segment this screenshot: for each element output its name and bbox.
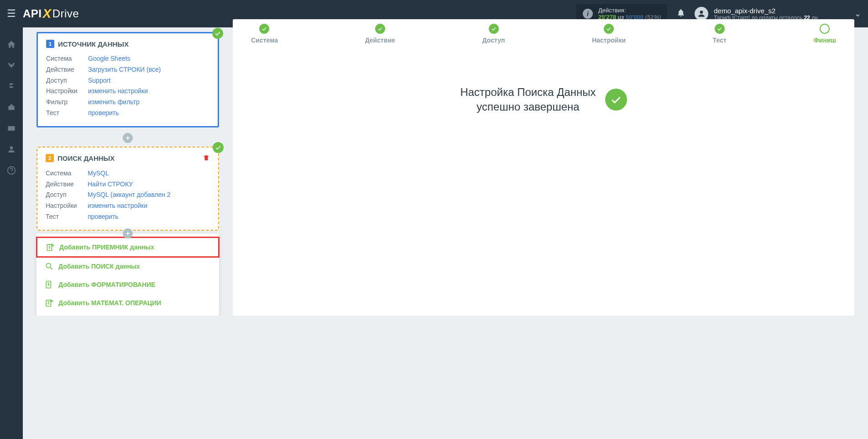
source-settings-link[interactable]: изменить настройки xyxy=(88,86,148,97)
chevron-down-icon[interactable]: ⌄ xyxy=(854,9,861,19)
add-receiver-button[interactable]: Добавить ПРИЕМНИК данных xyxy=(36,237,220,258)
search-settings-link[interactable]: изменить настройки xyxy=(88,201,147,212)
search-system-link[interactable]: MySQL xyxy=(88,168,109,179)
add-circle-button[interactable]: + xyxy=(123,133,133,143)
svg-rect-1 xyxy=(47,244,52,250)
stepper: Система Действие Доступ Настройки Тест Ф… xyxy=(242,19,845,44)
step-test[interactable]: Тест xyxy=(713,24,727,44)
add-step-menu: + Добавить ПРИЕМНИК данных Добавить ПОИС… xyxy=(37,233,219,316)
add-math-button[interactable]: Добавить МАТЕМАТ. ОПЕРАЦИИ xyxy=(37,294,219,312)
sidebar-billing[interactable] xyxy=(6,81,17,92)
step-access[interactable]: Доступ xyxy=(482,24,505,44)
sidebar-home[interactable] xyxy=(6,39,17,50)
avatar-icon xyxy=(695,7,708,21)
source-filter-link[interactable]: изменить фильтр xyxy=(88,97,140,108)
add-circle-icon: + xyxy=(123,228,133,238)
actions-label: Действия: xyxy=(598,7,626,14)
document-wifi-icon xyxy=(46,243,55,252)
search-access-link[interactable]: MySQL (аккаунт добавлен 2 xyxy=(88,190,171,201)
sidebar-briefcase[interactable] xyxy=(6,102,17,113)
source-system-link[interactable]: Google Sheets xyxy=(88,53,131,64)
add-step-between-1: + xyxy=(37,133,219,143)
search-doc-icon xyxy=(45,262,54,271)
step-settings[interactable]: Настройки xyxy=(592,24,626,44)
check-circle-icon xyxy=(605,89,627,111)
svg-point-2 xyxy=(46,263,51,268)
left-column: 1 ИСТОЧНИК ДАННЫХ СистемаGoogle Sheets Д… xyxy=(37,27,219,316)
bell-icon[interactable] xyxy=(676,8,685,20)
source-action-link[interactable]: Загрузить СТРОКИ (все) xyxy=(88,64,161,75)
card-number-1: 1 xyxy=(46,40,54,48)
completion-line2: успешно завершена xyxy=(460,100,596,114)
source-card-title: 1 ИСТОЧНИК ДАННЫХ xyxy=(46,40,209,48)
completion-message: Настройка Поиска Данных успешно завершен… xyxy=(242,85,845,115)
add-format-button[interactable]: Добавить ФОРМАТИРОВАНИЕ xyxy=(37,275,219,294)
sidebar-help[interactable] xyxy=(6,165,17,176)
source-access-link[interactable]: Support xyxy=(88,75,110,86)
logo-drive: Drive xyxy=(52,7,79,20)
step-system[interactable]: Система xyxy=(251,24,278,44)
right-column: Система Действие Доступ Настройки Тест Ф… xyxy=(233,19,854,316)
card-number-2: 2 xyxy=(46,154,54,162)
document-icon xyxy=(45,280,54,289)
sidebar xyxy=(0,27,23,316)
main: 1 ИСТОЧНИК ДАННЫХ СистемаGoogle Sheets Д… xyxy=(23,27,868,316)
search-test-link[interactable]: проверить xyxy=(88,212,119,222)
completion-line1: Настройка Поиска Данных xyxy=(460,85,596,100)
step-finish[interactable]: Финиш xyxy=(814,24,836,44)
source-card[interactable]: 1 ИСТОЧНИК ДАННЫХ СистемаGoogle Sheets Д… xyxy=(37,32,219,127)
add-search-button[interactable]: Добавить ПОИСК данных xyxy=(37,257,219,275)
check-badge-icon xyxy=(213,142,224,153)
hamburger-menu[interactable]: ☰ xyxy=(7,8,16,20)
svg-rect-4 xyxy=(46,300,51,306)
document-wifi-icon xyxy=(45,298,54,307)
check-badge-icon xyxy=(212,28,223,39)
logo-api: API xyxy=(23,7,42,20)
delete-search-button[interactable] xyxy=(203,154,210,163)
source-test-link[interactable]: проверить xyxy=(88,108,119,119)
search-card-title: 2 ПОИСК ДАННЫХ xyxy=(46,154,210,163)
username: demo_apix-drive_s2 xyxy=(714,7,818,15)
search-card[interactable]: 2 ПОИСК ДАННЫХ СистемаMySQL ДействиеНайт… xyxy=(37,147,219,231)
sidebar-user[interactable] xyxy=(6,144,17,155)
info-icon: i xyxy=(583,9,593,19)
step-action[interactable]: Действие xyxy=(365,24,395,44)
logo[interactable]: API X Drive xyxy=(23,6,79,21)
user-menu[interactable]: demo_apix-drive_s2 Тариф |Старт| до опла… xyxy=(695,7,861,21)
sidebar-video[interactable] xyxy=(6,123,17,134)
user-info: demo_apix-drive_s2 Тариф |Старт| до опла… xyxy=(714,7,818,21)
actions-text: Действия: 25'278 из 50'000 (51%) xyxy=(598,7,661,21)
logo-x: X xyxy=(43,6,52,21)
search-action-link[interactable]: Найти СТРОКУ xyxy=(88,179,133,190)
sidebar-connections[interactable] xyxy=(6,60,17,71)
